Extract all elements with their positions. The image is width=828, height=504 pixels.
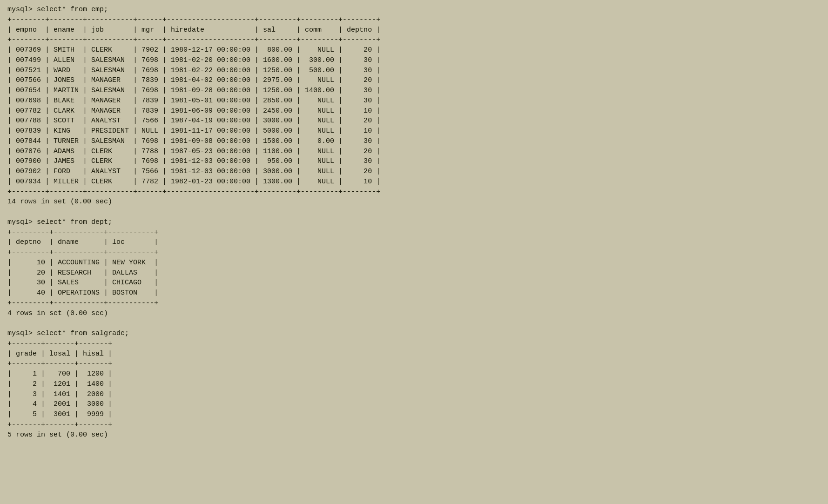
terminal-output: mysql> select* from emp; +--------+-----… xyxy=(7,5,821,440)
